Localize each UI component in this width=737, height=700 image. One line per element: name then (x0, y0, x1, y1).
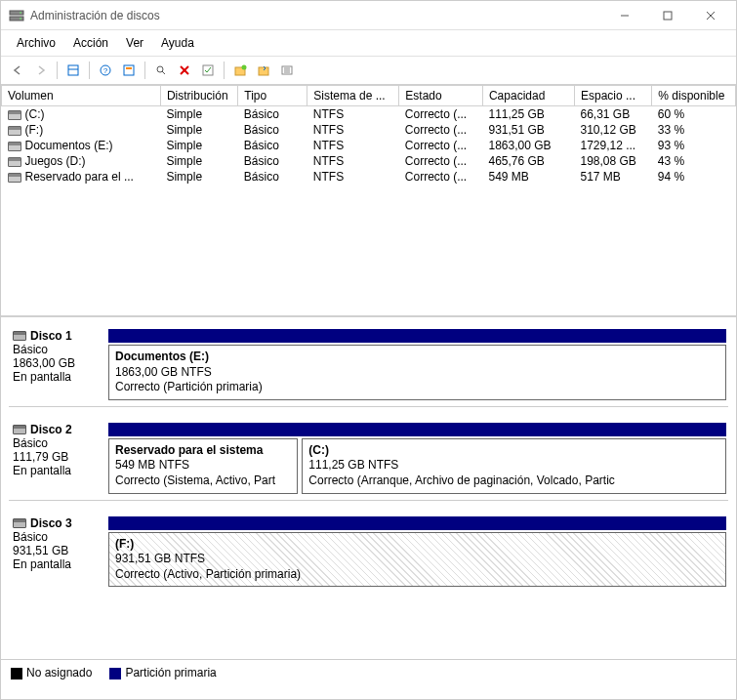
svg-rect-12 (124, 65, 134, 75)
table-row[interactable]: (F:)SimpleBásicoNTFSCorrecto (...931,51 … (2, 122, 736, 138)
volume-icon (8, 126, 21, 136)
table-row[interactable]: Reservado para el ...SimpleBásicoNTFSCor… (2, 169, 736, 185)
disk-name: Disco 2 (30, 423, 72, 436)
menu-archivo[interactable]: Archivo (9, 34, 63, 52)
svg-point-2 (20, 12, 21, 14)
svg-rect-0 (10, 11, 23, 15)
cell-pct: 93 % (652, 138, 736, 153)
cell-status: Correcto (... (399, 153, 483, 169)
disk-info[interactable]: Disco 3Básico931,51 GBEn pantalla (9, 515, 106, 590)
new-folder-button[interactable] (229, 60, 251, 81)
partition-box[interactable]: Documentos (E:)1863,00 GB NTFSCorrecto (… (108, 345, 726, 400)
col-sistema[interactable]: Sistema de ... (307, 86, 399, 106)
col-espacio[interactable]: Espacio ... (574, 86, 651, 106)
disk-row: Disco 2Básico111,79 GBEn pantallaReserva… (9, 421, 728, 501)
col-tipo[interactable]: Tipo (238, 86, 307, 106)
back-button[interactable] (7, 60, 28, 81)
menu-ayuda[interactable]: Ayuda (153, 34, 202, 52)
partition-box[interactable]: (C:)111,25 GB NTFSCorrecto (Arranque, Ar… (302, 438, 726, 494)
partition-status: Correcto (Arranque, Archivo de paginació… (308, 474, 615, 487)
cell-status: Correcto (... (399, 169, 483, 185)
cell-volumen: Reservado para el ... (2, 169, 161, 185)
close-button[interactable] (689, 2, 732, 29)
table-row[interactable]: (C:)SimpleBásicoNTFSCorrecto (...111,25 … (2, 106, 736, 123)
volume-icon (8, 142, 21, 151)
col-estado[interactable]: Estado (399, 86, 483, 106)
partition-size: 549 MB NTFS (115, 458, 189, 472)
volume-table: Volumen Distribución Tipo Sistema de ...… (1, 85, 736, 185)
col-capacidad[interactable]: Capacidad (482, 86, 574, 106)
cell-free: 310,12 GB (574, 122, 651, 138)
disk-graphical-area: Disco 1Básico1863,00 GBEn pantallaDocume… (1, 317, 736, 659)
toolbar-separator (89, 62, 90, 79)
table-row[interactable]: Documentos (E:)SimpleBásicoNTFSCorrecto … (2, 138, 736, 153)
cell-fs: NTFS (307, 106, 399, 123)
svg-text:?: ? (103, 66, 108, 75)
menu-accion[interactable]: Acción (65, 34, 116, 52)
cell-layout: Simple (160, 153, 237, 169)
disk-size: 931,51 GB (13, 544, 102, 557)
cell-fs: NTFS (307, 169, 399, 185)
partition-size: 1863,00 GB NTFS (115, 365, 212, 379)
delete-button[interactable] (174, 60, 195, 81)
col-disponible[interactable]: % disponible (652, 86, 736, 106)
cell-fs: NTFS (307, 153, 399, 169)
help-button[interactable]: ? (95, 60, 116, 81)
checkbox-button[interactable] (197, 60, 219, 81)
partition-title: Reservado para el sistema (115, 443, 263, 457)
disk-icon (13, 518, 26, 528)
volume-icon (8, 110, 21, 120)
menubar: Archivo Acción Ver Ayuda (1, 30, 736, 57)
cell-pct: 94 % (652, 169, 736, 185)
settings-button[interactable] (118, 60, 140, 81)
rescan-button[interactable] (253, 60, 274, 81)
cell-pct: 60 % (652, 106, 736, 123)
forward-button[interactable] (30, 60, 52, 81)
disk-header-bar (108, 516, 726, 530)
menu-ver[interactable]: Ver (118, 34, 151, 52)
list-button[interactable] (276, 60, 298, 81)
disk-name: Disco 1 (30, 329, 72, 343)
partition-box[interactable]: (F:)931,51 GB NTFSCorrecto (Activo, Part… (108, 532, 726, 588)
disk-partitions: (F:)931,51 GB NTFSCorrecto (Activo, Part… (106, 515, 728, 590)
disk-info[interactable]: Disco 2Básico111,79 GBEn pantalla (9, 421, 106, 496)
cell-volumen: Juegos (D:) (2, 153, 161, 169)
partition-title: (F:) (115, 537, 134, 551)
cell-status: Correcto (... (399, 106, 483, 123)
svg-point-3 (20, 18, 21, 20)
cell-free: 1729,12 ... (574, 138, 651, 153)
cell-capacity: 111,25 GB (482, 106, 574, 123)
disk-icon (13, 425, 26, 434)
legend-unallocated: No asignado (11, 666, 92, 679)
partition-size: 931,51 GB NTFS (115, 552, 205, 565)
svg-rect-13 (126, 67, 132, 69)
cell-status: Correcto (... (399, 122, 483, 138)
table-row[interactable]: Juegos (D:)SimpleBásicoNTFSCorrecto (...… (2, 153, 736, 169)
col-volumen[interactable]: Volumen (2, 86, 161, 106)
disk-type: Básico (13, 436, 102, 450)
cell-layout: Simple (160, 138, 237, 153)
svg-point-20 (242, 65, 247, 70)
cell-capacity: 931,51 GB (482, 122, 574, 138)
disk-info[interactable]: Disco 1Básico1863,00 GBEn pantalla (9, 327, 106, 402)
window-title: Administración de discos (30, 9, 603, 22)
volume-icon (8, 157, 21, 167)
svg-line-15 (162, 71, 165, 74)
toolbar-separator (57, 62, 58, 79)
col-distribucion[interactable]: Distribución (160, 86, 237, 106)
disk-type: Básico (13, 343, 102, 356)
view-top-button[interactable] (62, 60, 84, 81)
svg-rect-8 (68, 65, 78, 75)
cell-fs: NTFS (307, 138, 399, 153)
partition-box[interactable]: Reservado para el sistema549 MB NTFSCorr… (108, 438, 298, 494)
disk-status: En pantalla (13, 464, 102, 477)
toolbar-separator (144, 62, 145, 79)
partition-title: Documentos (E:) (115, 350, 209, 363)
cell-type: Básico (238, 138, 307, 153)
cell-volumen: (C:) (2, 106, 161, 123)
app-icon (9, 8, 24, 23)
minimize-button[interactable] (603, 2, 646, 29)
search-button[interactable] (150, 60, 172, 81)
maximize-button[interactable] (646, 2, 689, 29)
cell-fs: NTFS (307, 122, 399, 138)
